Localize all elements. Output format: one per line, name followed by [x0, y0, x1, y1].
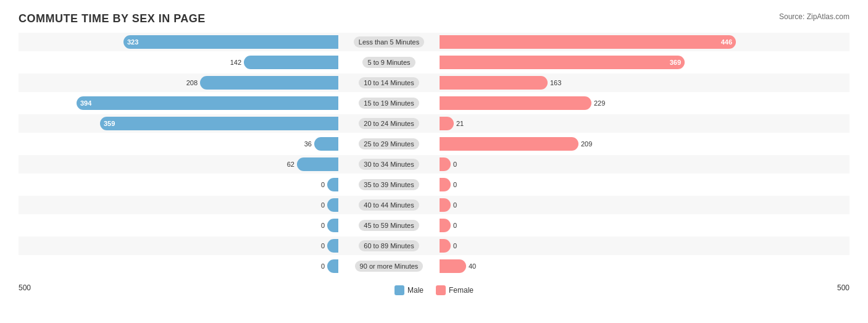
bar-row: 060 to 89 Minutes0 — [19, 237, 849, 255]
male-bar: 323 — [123, 35, 338, 49]
bar-row: 035 to 39 Minutes0 — [19, 175, 849, 194]
female-bar — [440, 96, 591, 110]
legend-male-box — [394, 285, 404, 295]
female-value: 369 — [670, 59, 681, 66]
male-bar — [297, 157, 338, 171]
left-section: 0 — [19, 239, 340, 253]
female-value-outside: 209 — [581, 140, 592, 148]
female-bar — [440, 76, 548, 90]
center-label-text: 10 to 14 Minutes — [359, 77, 419, 88]
left-section: 0 — [19, 178, 340, 191]
bar-row: 323Less than 5 Minutes446 — [19, 33, 849, 51]
right-section: 209 — [438, 137, 759, 151]
bar-label: 35 to 39 Minutes — [340, 181, 438, 188]
center-label-text: Less than 5 Minutes — [354, 36, 424, 48]
female-value-outside: 40 — [469, 262, 476, 270]
left-section: 359 — [19, 117, 340, 130]
bar-row: 3625 to 29 Minutes209 — [19, 135, 849, 153]
female-value-outside: 229 — [594, 99, 605, 107]
center-label-text: 35 to 39 Minutes — [359, 179, 419, 190]
right-section: 229 — [438, 96, 759, 110]
legend-male: Male — [394, 285, 424, 295]
female-bar — [440, 137, 578, 151]
right-section: 446 — [438, 35, 759, 49]
footer-right-value: 500 — [837, 283, 849, 292]
legend-male-label: Male — [407, 286, 424, 295]
bar-label: 90 or more Minutes — [340, 262, 438, 270]
bar-label: 45 to 59 Minutes — [340, 222, 438, 229]
bar-row: 6230 to 34 Minutes0 — [19, 155, 849, 174]
male-value: 323 — [127, 38, 138, 46]
footer-left-value: 500 — [19, 283, 31, 292]
chart-area: 323Less than 5 Minutes4461425 to 9 Minut… — [19, 33, 849, 275]
legend-female-label: Female — [449, 286, 474, 295]
legend: Male Female — [394, 285, 474, 295]
male-value-outside: 142 — [230, 59, 241, 66]
right-section: 21 — [438, 117, 759, 130]
female-bar — [440, 259, 466, 273]
female-value-outside: 21 — [456, 120, 464, 127]
right-section: 0 — [438, 219, 759, 232]
center-label-text: 25 to 29 Minutes — [359, 138, 419, 149]
male-value-outside: 208 — [186, 79, 198, 86]
female-bar: 369 — [440, 56, 685, 69]
chart-container: COMMUTE TIME BY SEX IN PAGE Source: ZipA… — [19, 12, 849, 295]
center-label-text: 45 to 59 Minutes — [359, 220, 419, 231]
male-value-zero: 0 — [321, 262, 325, 270]
female-value-zero: 0 — [453, 161, 457, 168]
male-bar — [314, 137, 338, 151]
female-value-outside: 163 — [550, 79, 561, 86]
male-value-zero: 0 — [321, 222, 325, 229]
male-value-zero: 0 — [321, 242, 325, 250]
left-section: 0 — [19, 219, 340, 232]
left-section: 0 — [19, 198, 340, 212]
chart-footer: 500 Male Female 500 — [19, 280, 849, 295]
male-value-zero: 0 — [321, 181, 325, 188]
bar-label: 30 to 34 Minutes — [340, 161, 438, 168]
center-label-text: 5 to 9 Minutes — [362, 57, 415, 68]
left-section: 36 — [19, 137, 340, 151]
bar-label: 20 to 24 Minutes — [340, 120, 438, 127]
female-value-zero: 0 — [453, 242, 457, 250]
center-label-text: 30 to 34 Minutes — [359, 159, 419, 170]
bar-row: 045 to 59 Minutes0 — [19, 216, 849, 235]
left-section: 0 — [19, 259, 340, 273]
left-section: 142 — [19, 56, 340, 69]
right-section: 0 — [438, 198, 759, 212]
male-bar: 359 — [100, 117, 338, 130]
female-value-zero: 0 — [453, 222, 457, 229]
right-section: 0 — [438, 239, 759, 253]
chart-title: COMMUTE TIME BY SEX IN PAGE — [19, 12, 206, 25]
female-bar — [440, 117, 454, 130]
bar-row: 1425 to 9 Minutes369 — [19, 53, 849, 72]
legend-female: Female — [436, 285, 474, 295]
bar-label: 5 to 9 Minutes — [340, 59, 438, 66]
bar-row: 090 or more Minutes40 — [19, 257, 849, 275]
female-bar: 446 — [440, 35, 736, 49]
left-section: 394 — [19, 96, 340, 110]
right-section: 163 — [438, 76, 759, 90]
bar-row: 040 to 44 Minutes0 — [19, 196, 849, 214]
male-bar: 394 — [77, 96, 338, 110]
center-label-text: 90 or more Minutes — [355, 261, 424, 272]
bar-label: 10 to 14 Minutes — [340, 79, 438, 86]
right-section: 40 — [438, 259, 759, 273]
center-label-text: 40 to 44 Minutes — [359, 199, 419, 211]
right-section: 369 — [438, 56, 759, 69]
center-label-text: 15 to 19 Minutes — [359, 98, 419, 109]
bar-label: 40 to 44 Minutes — [340, 201, 438, 209]
right-section: 0 — [438, 157, 759, 171]
female-value-zero: 0 — [453, 201, 457, 209]
left-section: 323 — [19, 35, 340, 49]
bar-label: 25 to 29 Minutes — [340, 140, 438, 148]
right-section: 0 — [438, 178, 759, 191]
male-bar — [200, 76, 338, 90]
legend-female-box — [436, 285, 446, 295]
bar-label: Less than 5 Minutes — [340, 38, 438, 46]
female-value: 446 — [721, 38, 732, 46]
bar-row: 20810 to 14 Minutes163 — [19, 73, 849, 92]
left-section: 62 — [19, 157, 340, 171]
male-value: 394 — [80, 99, 91, 107]
source-label: Source: ZipAtlas.com — [779, 12, 849, 21]
male-value-zero: 0 — [321, 201, 325, 209]
